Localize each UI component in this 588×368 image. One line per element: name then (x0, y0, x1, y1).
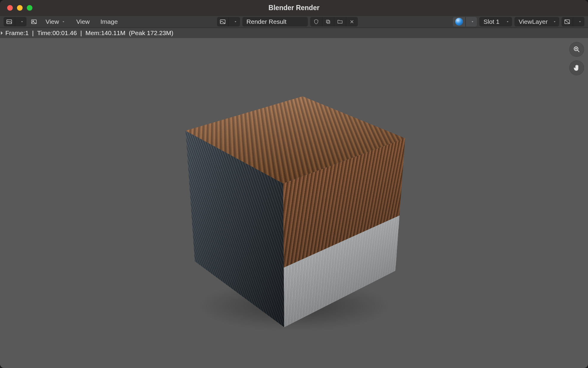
svg-rect-5 (326, 20, 329, 23)
rendered-cube (231, 116, 350, 292)
render-preview-sphere-icon (455, 18, 463, 26)
display-channels-dropdown[interactable] (562, 17, 584, 26)
unlink-button[interactable] (346, 17, 358, 26)
menu-view-2[interactable]: View (72, 17, 94, 26)
status-text: Frame:1 | Time:00:01.46 | Mem:140.11M (P… (5, 29, 173, 37)
layer-value: ViewLayer (519, 18, 548, 25)
window-title: Blender Render (0, 4, 588, 12)
layer-dropdown[interactable]: ViewLayer (514, 17, 559, 26)
shading-dropdown[interactable] (453, 17, 477, 26)
chevron-down-icon (470, 20, 475, 24)
window-minimize-button[interactable] (17, 5, 23, 11)
chevron-down-icon (506, 20, 510, 24)
image-browse-icon (219, 18, 226, 25)
render-viewport[interactable] (0, 38, 588, 368)
menu-image-label: Image (100, 18, 118, 25)
chevron-down-icon (20, 20, 24, 24)
menu-view[interactable]: View (41, 17, 70, 26)
copy-icon (325, 19, 331, 25)
shield-icon (313, 19, 319, 25)
image-datablock-buttons (310, 17, 358, 26)
titlebar: Blender Render (0, 0, 588, 15)
render-result (220, 129, 369, 278)
chevron-down-icon (553, 20, 557, 24)
pan-hand-icon (573, 64, 581, 72)
window-controls (7, 5, 32, 11)
open-button[interactable] (334, 17, 346, 26)
image-browse-dropdown[interactable] (217, 17, 240, 26)
window-close-button[interactable] (7, 5, 13, 11)
window-maximize-button[interactable] (27, 5, 32, 11)
image-name-field[interactable]: Render Result (242, 17, 308, 26)
duplicate-button[interactable] (322, 17, 334, 26)
image-editor-icon (6, 18, 13, 25)
menu-image[interactable]: Image (96, 17, 122, 26)
zoom-icon (573, 46, 581, 53)
pan-button[interactable] (570, 61, 584, 75)
zoom-button[interactable] (570, 42, 584, 57)
image-mode-icon[interactable] (29, 17, 39, 26)
toolbar-toggle[interactable] (0, 29, 3, 37)
render-status-bar: Frame:1 | Time:00:01.46 | Mem:140.11M (P… (0, 28, 588, 38)
close-icon (349, 19, 355, 24)
slot-dropdown[interactable]: Slot 1 (479, 17, 512, 26)
image-name-value: Render Result (247, 18, 286, 25)
menu-view-label: View (46, 18, 59, 25)
slot-value: Slot 1 (483, 18, 500, 25)
fake-user-button[interactable] (310, 17, 322, 26)
editor-type-dropdown[interactable] (4, 17, 26, 26)
image-editor-header: View View Image Render Result (0, 15, 588, 28)
display-channels-icon (564, 18, 570, 25)
folder-icon (337, 19, 343, 25)
chevron-down-icon (61, 20, 65, 24)
svg-rect-4 (327, 21, 330, 24)
chevron-down-icon (233, 20, 238, 24)
chevron-down-icon (578, 20, 582, 24)
menu-view-2-label: View (76, 18, 90, 25)
viewport-float-controls (570, 42, 584, 75)
